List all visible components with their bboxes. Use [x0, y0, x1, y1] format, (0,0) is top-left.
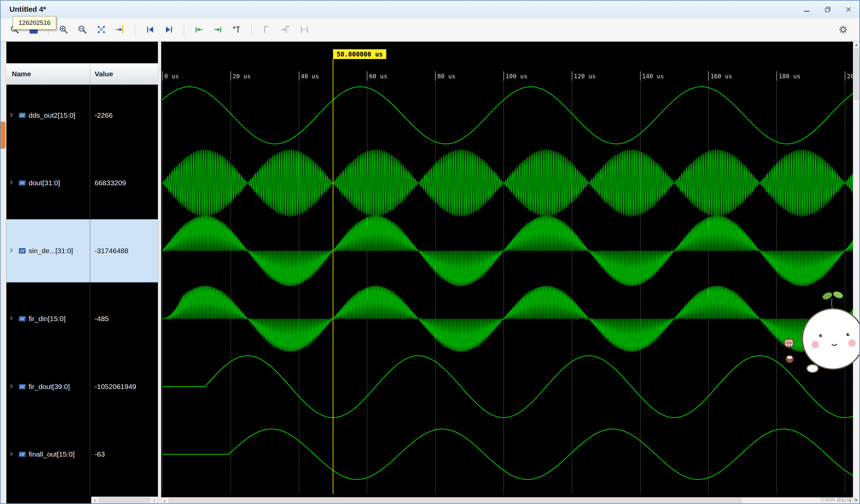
zoom-out-icon — [77, 25, 87, 35]
marker-left-button[interactable] — [259, 22, 274, 37]
panel-splitter[interactable] — [158, 42, 161, 503]
time-tick-label: 40 us — [301, 73, 319, 80]
app-window: Untitled 4* × — [0, 0, 860, 504]
next-transition-icon — [164, 25, 174, 35]
scroll-left-icon[interactable]: ‹ — [91, 497, 98, 503]
waveform-canvas[interactable] — [161, 42, 854, 497]
expand-chevron-icon[interactable]: › — [10, 448, 13, 459]
globe-icon — [785, 339, 793, 347]
scroll-left-icon[interactable]: ‹ — [161, 498, 168, 504]
scroll-thumb[interactable] — [99, 498, 150, 502]
scroll-thumb[interactable] — [169, 498, 742, 503]
zoom-to-cursor-button[interactable] — [113, 22, 128, 37]
window-controls: × — [801, 4, 854, 15]
bus-signal-icon — [18, 383, 26, 390]
column-header-name[interactable]: Name — [12, 63, 31, 84]
signal-row[interactable]: ›fir_dout[39:0]-1052061949 — [6, 355, 158, 418]
time-tick-label: 20 us — [233, 73, 251, 80]
zoom-fit-button[interactable] — [94, 22, 109, 37]
measure-icon — [299, 25, 309, 35]
previous-edge-icon — [194, 25, 204, 35]
signal-value: 66833209 — [95, 179, 126, 187]
signal-value: -2266 — [95, 111, 113, 119]
bus-signal-icon — [18, 179, 26, 187]
mascot-head — [802, 309, 860, 369]
signal-panel: ›dds_out2[15:0]-2266›dout[31:0]66833209›… — [6, 42, 158, 503]
measure-button[interactable] — [297, 22, 312, 37]
side-tab-marker[interactable] — [1, 122, 5, 149]
column-divider[interactable] — [90, 84, 90, 496]
scroll-up-icon[interactable]: ▲ — [853, 42, 859, 48]
bus-signal-icon — [18, 112, 26, 119]
signal-row[interactable]: ›finall_out[15:0]-63 — [6, 423, 158, 486]
signal-name: dds_out2[15:0] — [29, 111, 75, 119]
waveform-hscrollbar[interactable]: ‹ › — [161, 497, 854, 503]
time-tick-label: 140 us — [642, 73, 664, 80]
time-tick-label: 60 us — [369, 73, 387, 80]
add-marker-button[interactable] — [229, 22, 244, 37]
column-header-value[interactable]: Value — [95, 63, 113, 84]
expand-chevron-icon[interactable]: › — [10, 380, 13, 391]
expand-chevron-icon[interactable]: › — [10, 312, 13, 323]
signal-row[interactable]: ›dds_out2[15:0]-2266 — [6, 84, 158, 147]
marker-left-icon — [261, 25, 272, 35]
previous-transition-button[interactable] — [143, 22, 158, 37]
signal-name: fir_din[15:0] — [29, 315, 66, 323]
expand-chevron-icon[interactable]: › — [10, 177, 13, 187]
marker-right-button[interactable] — [278, 22, 293, 37]
signal-name: sin_de...[31:0] — [29, 247, 73, 255]
scroll-thumb[interactable] — [854, 48, 859, 100]
signal-row[interactable]: ›fir_din[15:0]-485 — [6, 287, 158, 350]
time-tick-label: 160 us — [710, 73, 732, 80]
minimize-button[interactable] — [801, 4, 812, 15]
next-transition-button[interactable] — [161, 22, 176, 37]
close-icon: × — [846, 4, 851, 14]
time-tick-label: 80 us — [437, 73, 455, 80]
next-edge-icon — [213, 25, 223, 35]
previous-edge-button[interactable] — [191, 22, 206, 37]
mascot-blush — [848, 339, 856, 347]
toolbar — [1, 18, 859, 42]
panel-scrollbar[interactable]: ‹ › — [91, 496, 158, 503]
panel-header: Name Value — [6, 63, 158, 85]
signal-row[interactable]: ›sin_de...[31:0]-31746488 — [6, 220, 158, 282]
close-button[interactable]: × — [843, 4, 854, 15]
zoom-to-cursor-icon — [115, 25, 125, 35]
minimize-icon — [804, 8, 809, 12]
time-tick-label: 180 us — [778, 73, 800, 80]
toolbar-separator — [252, 24, 252, 36]
waveform-vscrollbar[interactable]: ▲ ▼ — [853, 42, 859, 503]
expand-chevron-icon[interactable]: › — [10, 109, 13, 120]
left-gutter — [1, 42, 6, 503]
signal-name: finall_out[15:0] — [29, 450, 75, 458]
bus-signal-icon — [18, 450, 26, 458]
cursor-time-label[interactable]: 50.000000 us — [333, 49, 386, 59]
zoom-in-button[interactable] — [56, 22, 71, 37]
signal-value: -63 — [95, 450, 105, 458]
settings-button[interactable] — [836, 22, 850, 37]
expand-chevron-icon[interactable]: › — [10, 244, 13, 255]
watermark: CSDN @廷玥刂 — [821, 496, 857, 503]
signal-row[interactable]: ›dout[31:0]66833209 — [6, 152, 158, 214]
waveform-area[interactable]: 0 us20 us40 us60 us80 us100 us120 us140 … — [161, 42, 854, 503]
previous-transition-icon — [145, 25, 155, 35]
signal-name: fir_dout[39:0] — [29, 383, 70, 391]
tooltip: 126202516 — [13, 16, 56, 30]
signal-value: -31746488 — [95, 247, 128, 255]
marker-right-icon — [281, 25, 290, 35]
time-tick-label: 0 us — [164, 73, 179, 80]
zoom-fit-icon — [96, 25, 106, 35]
zoom-out-button[interactable] — [75, 22, 90, 37]
next-edge-button[interactable] — [210, 22, 225, 37]
toolbar-separator — [184, 24, 184, 36]
signal-value: -485 — [95, 315, 109, 323]
scroll-right-icon[interactable]: › — [151, 497, 158, 503]
mascot-blush — [812, 341, 819, 348]
time-tick-label: 100 us — [505, 73, 528, 80]
titlebar: Untitled 4* × — [1, 1, 859, 18]
mascot-sticker — [782, 285, 860, 389]
restore-icon — [824, 6, 831, 13]
bus-signal-icon — [18, 247, 26, 254]
header-divider[interactable] — [90, 63, 90, 84]
restore-button[interactable] — [822, 4, 833, 15]
